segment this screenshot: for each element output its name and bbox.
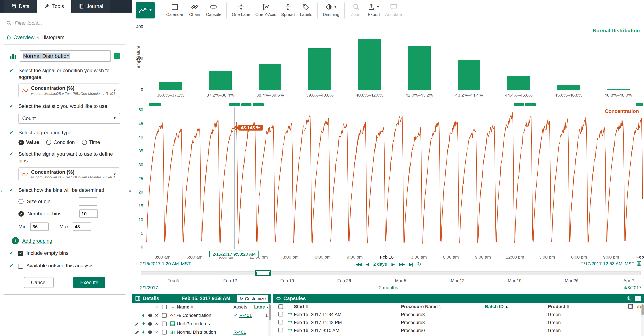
tab-data[interactable]: Data [4,0,37,12]
agg-type-value-radio[interactable]: ✔ Value [18,140,39,146]
toolbar-dimming-button[interactable]: ▼ Dimming [320,2,342,18]
range-start-link[interactable]: 2/15/2017 1:20 AM [140,261,179,266]
range-duration-button[interactable]: 2 days [373,262,387,266]
capsule-bar[interactable] [514,103,524,106]
details-row-concentration[interactable]: ✕ % Concentration R-401 1 [132,311,271,320]
product-column-header[interactable]: Product ⇅ [548,304,623,309]
info-icon[interactable] [148,321,152,326]
select-all-capsules-checkbox[interactable] [278,304,283,309]
asset-link[interactable]: R-401 [239,313,252,318]
add-grouping-icon[interactable]: + [12,237,19,244]
capsule-bar[interactable] [229,103,240,106]
info-icon[interactable] [148,330,152,334]
investigate-end-link[interactable]: 4/3/2017 [624,285,642,290]
toolbar-export-button[interactable]: ▼ Export [365,2,383,18]
toolbar-spread-button[interactable]: Spread [278,2,297,18]
size-of-bin-input[interactable] [79,197,98,206]
color-swatch[interactable] [114,53,120,59]
home-icon[interactable] [6,35,11,40]
zoom-to-capsule-icon[interactable] [626,296,632,301]
histogram-bar[interactable] [458,60,480,90]
capsule-checkbox[interactable] [278,328,283,332]
collapse-left-edge-handle[interactable]: ‹ [0,188,2,194]
range-end-timezone-link[interactable]: MST [625,261,634,266]
cancel-button[interactable]: Cancel [24,277,54,288]
sort-icon[interactable]: ⇅ [168,305,177,309]
size-of-bin-radio[interactable] [18,199,24,204]
capsule-row[interactable]: Feb 16, 2017 9:10 AM Procedure0 Green [273,326,644,334]
investigate-timebar[interactable] [141,271,641,275]
auto-update-icon[interactable] [636,261,642,266]
toolbar-one-y-axis-button[interactable]: One Y-Axis [253,2,278,18]
capsule-bar[interactable] [636,103,643,106]
search-input[interactable] [15,20,126,26]
capsules-scrollbar[interactable] [641,303,644,336]
histogram-bar[interactable] [557,84,580,90]
number-of-bins-radio[interactable]: ✔ [18,211,24,216]
remove-item-icon[interactable]: ✕ [153,321,160,326]
toolbar-capsule-button[interactable]: Capsule [204,2,224,18]
histogram-bar[interactable] [159,82,182,90]
batch-id-column-header[interactable]: Batch ID ▲ [485,304,548,309]
edit-pencil-icon[interactable] [134,330,139,334]
histogram-bar[interactable] [209,71,232,90]
customize-button[interactable]: ⚙ Customize [237,295,268,302]
capsule-row[interactable]: Feb 17, 2017 10:04 AM [273,334,644,336]
capsule-bar[interactable] [525,103,536,106]
scrollbar-thumb[interactable] [269,304,271,320]
remove-item-icon[interactable]: ✕ [153,313,160,318]
toolbar-chain-button[interactable]: Chain [186,2,204,18]
timebar-selection-handle[interactable] [255,270,271,276]
view-selector-button[interactable]: ▼ [136,2,155,18]
range-start-timezone-link[interactable]: MST [181,261,190,266]
investigate-start-link[interactable]: 2/1/2017 [140,285,158,290]
tab-journal[interactable]: Journal [72,0,110,12]
details-row-normal-distribution[interactable]: ✕ Normal Distribution R-401 [132,328,271,336]
pan-to-end-button[interactable]: ▶| [409,262,413,266]
add-grouping-link[interactable]: Add grouping [22,238,52,244]
row-checkbox[interactable] [162,321,166,326]
pan-forward-fast-button[interactable]: ▶▶ [399,262,404,266]
range-end-link[interactable]: 2/17/2017 12:53 AM [581,261,622,266]
pan-forward-button[interactable]: ▶ [392,262,394,266]
agg-type-time-radio[interactable]: Time [82,140,100,146]
procedure-name-column-header[interactable]: Procedure Name ⇅ [401,304,485,309]
pan-back-button[interactable]: ◀ [366,262,368,266]
investigate-duration-button[interactable]: 2 months [379,285,398,290]
asset-link[interactable]: R-401 [234,330,246,334]
pan-back-fast-button[interactable]: ◀◀ [356,262,361,266]
add-column-icon[interactable] [628,304,633,309]
refresh-button[interactable]: ↻ [417,261,422,267]
collapse-panel-button[interactable]: − [635,296,641,301]
info-icon[interactable] [148,313,152,318]
capsule-row[interactable]: Feb 15, 2017 11:34 AM Procedure3 Green [273,310,644,318]
breadcrumb-overview-link[interactable]: Overview [14,34,34,40]
row-checkbox[interactable] [162,330,166,334]
toolbar-annotate-button[interactable]: Annotate [383,2,404,18]
remove-item-icon[interactable]: ✕ [153,330,160,334]
edit-pencil-icon[interactable] [134,321,139,326]
toolbar-zoom-button[interactable]: Zoom [348,2,365,18]
max-input[interactable] [73,222,91,231]
histogram-bar[interactable] [258,64,282,90]
capsule-row[interactable]: Feb 15, 2017 11:43 PM Procedure3 Green [273,318,644,326]
agg-type-condition-radio[interactable]: Condition [46,140,75,146]
capsule-bar[interactable] [253,103,264,106]
details-row-unit-procedures[interactable]: ✕ Unit Procedures [132,320,271,328]
collapse-sidebar-handle[interactable]: « [128,188,131,194]
select-all-checkbox[interactable] [162,304,166,309]
lane-column-header[interactable]: Lane ▲ [258,304,270,309]
trend-plot[interactable]: 43.143 % 2/15/2017 9:58:20 AM Concentrat… [146,108,643,249]
histogram-bar[interactable] [358,38,381,90]
cache-bolt-icon[interactable] [141,321,146,326]
capsule-stats-icon[interactable] [636,304,642,309]
start-column-header[interactable]: Start ⇅ [294,304,401,309]
name-column-header[interactable]: Name ⇅ [177,304,234,309]
toolbar-calendar-button[interactable]: Calendar [164,2,186,18]
scrollbar-thumb[interactable] [642,304,644,315]
details-scrollbar[interactable] [268,303,271,336]
row-checkbox[interactable] [162,313,166,318]
min-input[interactable] [30,222,49,231]
histogram-bar[interactable] [308,48,331,90]
tool-name-input[interactable]: Normal Distribution [20,50,111,62]
